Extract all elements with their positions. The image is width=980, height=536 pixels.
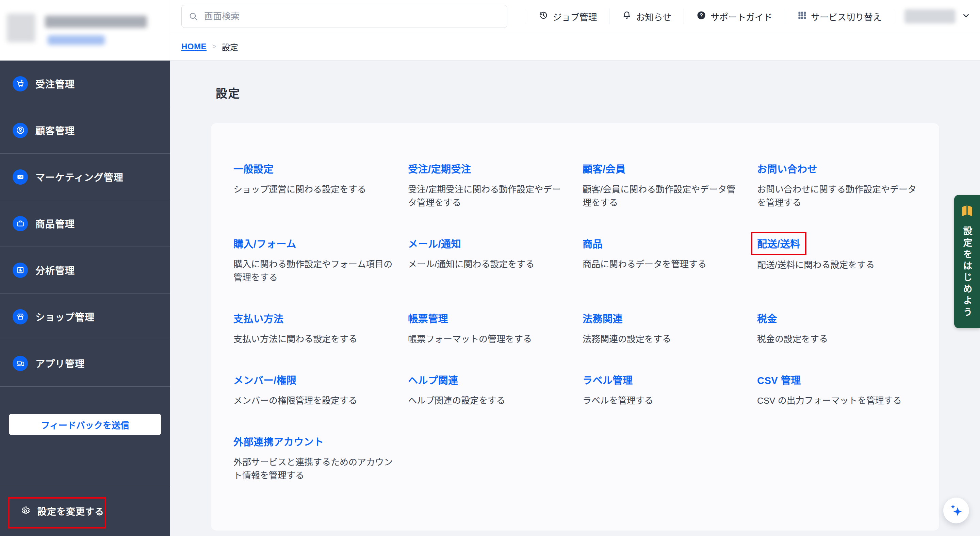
sidebar-item-label: アプリ管理 xyxy=(35,357,85,370)
setup-guide-label: 設定をはじめよう xyxy=(961,226,974,319)
settings-link-external[interactable]: 外部連携アカウント xyxy=(234,434,324,448)
change-settings-button[interactable]: 設定を変更する xyxy=(0,486,170,536)
sidebar-header xyxy=(0,0,170,60)
sidebar-item-label: 顧客管理 xyxy=(35,124,75,137)
settings-link-documents[interactable]: 帳票管理 xyxy=(408,311,448,325)
settings-link-labels[interactable]: ラベル管理 xyxy=(582,373,633,387)
notifications-button[interactable]: お知らせ xyxy=(609,8,683,24)
settings-link-help[interactable]: ヘルプ関連 xyxy=(408,373,458,387)
sidebar-item-label: マーケティング管理 xyxy=(35,170,124,184)
settings-cell-external: 外部連携アカウント 外部サービスと連携するためのアカウント情報を管理する xyxy=(234,434,393,482)
settings-cell-payment: 支払い方法 支払い方法に関わる設定をする xyxy=(234,311,393,346)
sidebar-item-marketing[interactable]: Ad マーケティング管理 xyxy=(0,154,170,200)
sidebar-item-orders[interactable]: 受注管理 xyxy=(0,60,170,107)
notifications-label: お知らせ xyxy=(636,10,671,23)
settings-cell-help: ヘルプ関連 ヘルプ関連の設定をする xyxy=(408,373,568,408)
settings-link-legal[interactable]: 法務関連 xyxy=(582,311,623,325)
settings-cell-general: 一般設定 ショップ運営に関わる設定をする xyxy=(234,161,393,196)
sidebar-item-customers[interactable]: 顧客管理 xyxy=(0,107,170,154)
settings-link-inquiry[interactable]: お問い合わせ xyxy=(757,161,817,176)
settings-cell-purchase-form: 購入/フォーム 購入に関わる動作設定やフォーム項目の管理をする xyxy=(234,236,393,284)
shop-link-redacted[interactable] xyxy=(48,35,105,45)
bar-chart-icon xyxy=(13,263,28,278)
gear-icon xyxy=(20,505,30,517)
settings-link-members[interactable]: メンバー/権限 xyxy=(234,373,297,387)
settings-link-mail[interactable]: メール/通知 xyxy=(408,236,461,250)
settings-desc: 受注/定期受注に関わる動作設定やデータ管理をする xyxy=(408,183,568,209)
support-guide-label: サポートガイド xyxy=(711,10,772,23)
settings-cell-members: メンバー/権限 メンバーの権限管理を設定する xyxy=(234,373,393,408)
sidebar-item-products[interactable]: 商品管理 xyxy=(0,200,170,247)
send-feedback-button[interactable]: フィードバックを送信 xyxy=(9,414,161,435)
settings-desc: ヘルプ関連の設定をする xyxy=(408,394,568,408)
settings-cell-shipping: 配送/送料 配送/送料に関わる設定をする xyxy=(757,236,917,272)
settings-desc: 税金の設定をする xyxy=(757,333,917,346)
service-switch-button[interactable]: サービス切り替え xyxy=(785,8,894,24)
history-icon xyxy=(538,10,549,23)
app-root: 受注管理 顧客管理 Ad xyxy=(0,0,980,536)
setup-guide-banner[interactable]: 設定をはじめよう xyxy=(954,195,980,328)
topbar: ジョブ管理 お知らせ ? xyxy=(170,0,980,33)
sidebar-item-apps[interactable]: アプリ管理 xyxy=(0,340,170,387)
sidebar-item-analytics[interactable]: 分析管理 xyxy=(0,247,170,293)
shop-logo xyxy=(7,14,35,42)
sidebar-item-label: 受注管理 xyxy=(35,77,75,90)
sparkles-icon xyxy=(948,502,964,519)
sidebar-nav: 受注管理 顧客管理 Ad xyxy=(0,60,170,387)
content-column: ジョブ管理 お知らせ ? xyxy=(170,0,980,536)
sidebar-item-label: 商品管理 xyxy=(35,217,75,230)
settings-desc: お問い合わせに関する動作設定やデータを管理する xyxy=(757,183,917,209)
settings-cell-inquiry: お問い合わせ お問い合わせに関する動作設定やデータを管理する xyxy=(757,161,917,209)
settings-link-purchase-form[interactable]: 購入/フォーム xyxy=(234,236,296,250)
bell-icon xyxy=(622,10,632,23)
settings-desc: ショップ運営に関わる設定をする xyxy=(234,183,393,196)
search-input[interactable] xyxy=(181,5,508,28)
settings-grid: 一般設定 ショップ運営に関わる設定をする 受注/定期受注 受注/定期受注に関わる… xyxy=(234,161,917,482)
settings-link-shipping[interactable]: 配送/送料 xyxy=(757,236,800,250)
user-menu[interactable] xyxy=(894,8,980,24)
settings-desc: メール/通知に関わる設定をする xyxy=(408,258,568,271)
main-area: 設定 一般設定 ショップ運営に関わる設定をする 受注/定期受注 受注/定期受注に… xyxy=(170,60,980,536)
annotation-red-box: 配送/送料 xyxy=(751,232,807,255)
search-icon xyxy=(188,11,198,23)
sidebar-item-label: ショップ管理 xyxy=(35,310,95,324)
settings-link-product[interactable]: 商品 xyxy=(582,236,603,250)
settings-desc: 支払い方法に関わる設定をする xyxy=(234,333,393,346)
support-guide-button[interactable]: ? サポートガイド xyxy=(684,8,785,24)
settings-link-csv[interactable]: CSV 管理 xyxy=(757,373,801,387)
breadcrumb-home-link[interactable]: HOME xyxy=(181,42,207,51)
svg-text:?: ? xyxy=(700,12,703,18)
grid-apps-icon xyxy=(797,11,807,22)
settings-desc: メンバーの権限管理を設定する xyxy=(234,394,393,408)
settings-cell-product: 商品 商品に関わるデータを管理する xyxy=(582,236,742,271)
page-title: 設定 xyxy=(216,84,940,101)
sidebar: 受注管理 顧客管理 Ad xyxy=(0,0,170,536)
screen-search xyxy=(181,5,508,28)
settings-desc: 法務関連の設定をする xyxy=(582,333,742,346)
settings-desc: 顧客/会員に関わる動作設定やデータ管理をする xyxy=(582,183,742,209)
settings-desc: 商品に関わるデータを管理する xyxy=(582,258,742,271)
settings-cell-tax: 税金 税金の設定をする xyxy=(757,311,917,346)
service-switch-label: サービス切り替え xyxy=(811,10,882,23)
settings-link-tax[interactable]: 税金 xyxy=(757,311,777,325)
settings-link-payment[interactable]: 支払い方法 xyxy=(234,311,284,325)
ad-badge-icon: Ad xyxy=(13,170,28,185)
settings-desc: ラベルを管理する xyxy=(582,394,742,408)
settings-link-customers[interactable]: 顧客/会員 xyxy=(582,161,626,176)
settings-cell-legal: 法務関連 法務関連の設定をする xyxy=(582,311,742,346)
settings-link-general[interactable]: 一般設定 xyxy=(234,161,274,176)
sidebar-spacer xyxy=(0,435,170,486)
briefcase-icon xyxy=(13,216,28,231)
svg-text:Ad: Ad xyxy=(18,175,22,179)
job-management-button[interactable]: ジョブ管理 xyxy=(526,8,609,24)
settings-link-orders[interactable]: 受注/定期受注 xyxy=(408,161,471,176)
settings-cell-documents: 帳票管理 帳票フォーマットの管理をする xyxy=(408,311,568,346)
user-name-redacted xyxy=(904,9,956,24)
sidebar-item-shop[interactable]: ショップ管理 xyxy=(0,293,170,340)
person-circle-icon xyxy=(13,123,28,138)
settings-cell-labels: ラベル管理 ラベルを管理する xyxy=(582,373,742,408)
breadcrumb: HOME > 設定 xyxy=(170,33,980,60)
settings-card: 一般設定 ショップ運営に関わる設定をする 受注/定期受注 受注/定期受注に関わる… xyxy=(211,123,940,531)
cart-plus-icon xyxy=(13,76,28,92)
ai-assistant-button[interactable] xyxy=(943,498,969,523)
